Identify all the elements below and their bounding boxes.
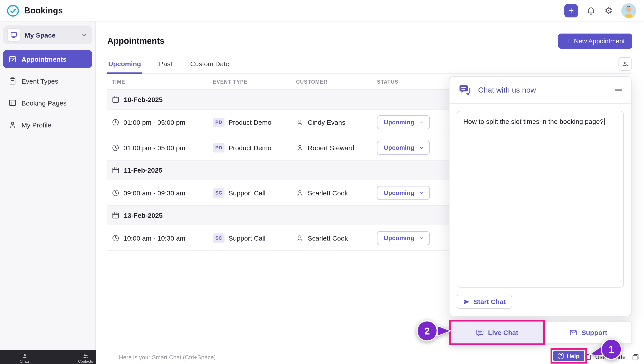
- appointment-row[interactable]: 10:00 am - 10:30 am SC Support Call Scar…: [107, 226, 451, 251]
- filter-button[interactable]: [618, 57, 632, 71]
- sliders-icon: [622, 60, 629, 68]
- clock-icon: [112, 234, 120, 242]
- tab-upcoming[interactable]: Upcoming: [107, 56, 142, 74]
- event-type-badge: SC: [213, 233, 224, 242]
- calendar-check-icon: [8, 55, 16, 63]
- status-dropdown[interactable]: Upcoming: [377, 231, 430, 245]
- smart-chat-placeholder: Here is your Smart Chat (Ctrl+Space): [119, 354, 216, 360]
- question-icon: ?: [558, 353, 564, 359]
- date-group-row: 11-Feb-2025: [107, 160, 451, 180]
- live-chat-tab[interactable]: Live Chat: [449, 320, 545, 345]
- app-dock: Chats Contacts: [0, 350, 96, 364]
- avatar-illustration: [622, 3, 636, 18]
- status-dropdown[interactable]: Upcoming: [377, 186, 430, 200]
- clock-icon: [112, 118, 120, 126]
- chevron-down-icon: [419, 119, 425, 125]
- smart-chat-input[interactable]: Here is your Smart Chat (Ctrl+Space): [96, 350, 585, 364]
- contacts-icon: [82, 353, 88, 359]
- top-bar-actions: + ⚙: [564, 3, 636, 18]
- bottom-bar: Chats Contacts Here is your Smart Chat (…: [0, 350, 644, 364]
- chat-widget: Chat with us now How to split the slot t…: [449, 76, 632, 316]
- top-bar: Bookings + ⚙: [0, 0, 644, 22]
- date-group-row: 13-Feb-2025: [107, 206, 451, 226]
- chevron-down-icon: [81, 32, 88, 38]
- sidebar-item-appointments[interactable]: Appointments: [3, 50, 92, 68]
- app-title: Bookings: [24, 6, 63, 16]
- clock-icon: [112, 189, 120, 196]
- workspace-selector[interactable]: My Space: [3, 26, 92, 44]
- user-avatar[interactable]: [622, 3, 636, 18]
- appointment-row[interactable]: 09:00 am - 09:30 am SC Support Call Scar…: [107, 180, 451, 206]
- date-group-row: 10-Feb-2025: [107, 90, 451, 110]
- calendar-icon: [112, 96, 120, 103]
- smart-chat-panel-icon[interactable]: [632, 353, 640, 361]
- minimize-button[interactable]: [615, 88, 622, 93]
- plus-icon: +: [568, 6, 574, 15]
- add-button[interactable]: +: [564, 4, 578, 17]
- chat-message-input[interactable]: How to split the slot times in the booki…: [456, 111, 624, 288]
- event-type-badge: PD: [213, 143, 224, 152]
- event-type-name: Product Demo: [228, 144, 272, 151]
- person-icon: [8, 121, 16, 129]
- annotation-step-2: 2: [416, 319, 452, 342]
- tab-custom-date[interactable]: Custom Date: [190, 56, 230, 74]
- dock-contacts-button[interactable]: Contacts: [78, 353, 93, 364]
- plus-icon: +: [566, 37, 570, 45]
- annotation-step-1: 1: [588, 337, 624, 362]
- sidebar-item-my-profile[interactable]: My Profile: [3, 116, 92, 134]
- chat-title: Chat with us now: [478, 86, 609, 94]
- start-chat-button[interactable]: Start Chat: [456, 295, 512, 308]
- appointments-table: TIME EVENT TYPE CUSTOMER STATUS 10-Feb-2…: [107, 74, 451, 251]
- sidebar: My Space Appointments Event Types Bookin…: [0, 22, 96, 350]
- help-highlight-box: ? Help: [550, 348, 587, 364]
- calendar-icon: [112, 212, 120, 219]
- bookings-logo-icon: [6, 4, 20, 17]
- app-window: Bookings + ⚙ My Space: [0, 0, 644, 364]
- chat-header: Chat with us now: [450, 77, 631, 104]
- sidebar-item-label: Appointments: [22, 55, 67, 63]
- sidebar-item-event-types[interactable]: Event Types: [3, 72, 92, 90]
- chats-icon: [22, 353, 28, 359]
- column-header-customer: CUSTOMER: [296, 79, 377, 84]
- tab-past[interactable]: Past: [158, 56, 173, 74]
- chevron-down-icon: [419, 145, 425, 150]
- svg-text:2: 2: [424, 326, 430, 336]
- appointments-tabs: Upcoming Past Custom Date: [107, 56, 632, 74]
- envelope-icon: [570, 328, 578, 336]
- chevron-down-icon: [419, 235, 425, 241]
- chat-bubble-icon: [476, 328, 484, 336]
- layout-grid-icon: [8, 99, 16, 107]
- new-appointment-button[interactable]: + New Appointment: [558, 34, 632, 49]
- customer-name: Cindy Evans: [308, 118, 345, 126]
- notifications-bell-icon[interactable]: [586, 6, 596, 16]
- column-header-event-type: EVENT TYPE: [213, 79, 296, 84]
- status-dropdown[interactable]: Upcoming: [377, 141, 430, 154]
- help-button[interactable]: ? Help: [553, 350, 584, 361]
- status-dropdown[interactable]: Upcoming: [377, 115, 430, 129]
- column-header-time: TIME: [107, 79, 213, 84]
- dock-chats-button[interactable]: Chats: [20, 353, 30, 364]
- calendar-icon: [112, 166, 120, 174]
- minimize-icon: [615, 90, 622, 91]
- chevron-down-icon: [419, 190, 425, 196]
- sidebar-item-label: Event Types: [22, 77, 58, 85]
- event-type-name: Support Call: [228, 234, 266, 242]
- chat-bubbles-icon: [458, 84, 472, 97]
- sidebar-nav: Appointments Event Types Booking Pages M…: [3, 50, 92, 134]
- appointment-row[interactable]: 01:00 pm - 05:00 pm PD Product Demo Robe…: [107, 135, 451, 160]
- table-header-row: TIME EVENT TYPE CUSTOMER STATUS: [107, 74, 451, 90]
- settings-gear-icon[interactable]: ⚙: [604, 6, 614, 16]
- send-icon: [463, 298, 470, 305]
- page-title: Appointments: [107, 36, 164, 46]
- sidebar-item-booking-pages[interactable]: Booking Pages: [3, 94, 92, 112]
- appointment-time: 09:00 am - 09:30 am: [124, 189, 185, 196]
- sidebar-item-label: Booking Pages: [22, 99, 67, 107]
- person-icon: [296, 234, 304, 242]
- customer-name: Scarlett Cook: [308, 189, 348, 196]
- appointment-time: 10:00 am - 10:30 am: [124, 234, 185, 242]
- appointment-row[interactable]: 01:00 pm - 05:00 pm PD Product Demo Cind…: [107, 110, 451, 135]
- my-space-icon: [8, 28, 20, 41]
- event-type-name: Support Call: [228, 189, 266, 196]
- person-icon: [296, 118, 304, 126]
- sidebar-item-label: My Profile: [22, 121, 51, 128]
